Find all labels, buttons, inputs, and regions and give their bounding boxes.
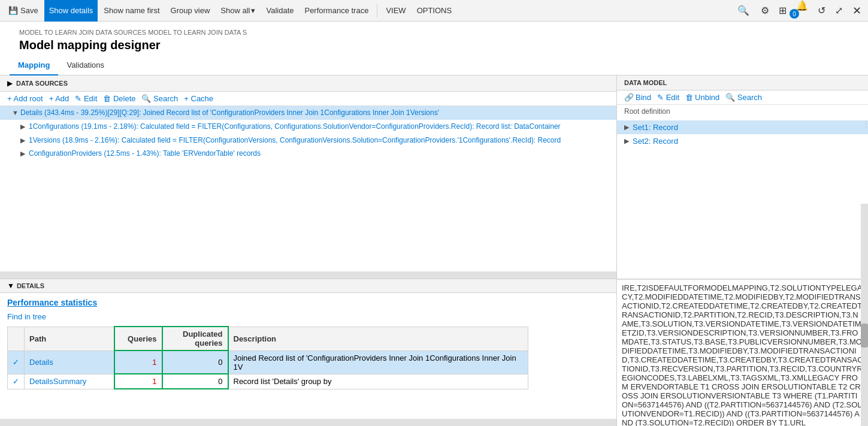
row-dup-details: 0: [162, 351, 228, 374]
options-button[interactable]: OPTIONS: [412, 0, 457, 22]
dm-tree: ▶ Set1: Record ▶ Set2: Record: [617, 118, 868, 150]
ds-section-label: DATA SOURCES: [16, 80, 68, 87]
left-panel: ▶ DATA SOURCES + Add root + Add ✎ Edit 🗑…: [0, 75, 617, 426]
row-desc-summary: Record list 'Details' group by: [228, 374, 528, 389]
dm-toolbar: 🔗 Bind ✎ Edit 🗑 Unbind 🔍 Search: [617, 90, 868, 105]
details-content: Performance statistics Find in tree Path…: [0, 293, 616, 419]
tree-item-label-1versions: 1Versions (18.9ms - 2.16%): Calculated f…: [29, 135, 561, 146]
tree-expand-details[interactable]: ▼: [12, 109, 20, 116]
performance-trace-button[interactable]: Performance trace: [300, 0, 373, 22]
right-vscroll[interactable]: [861, 279, 868, 426]
row-check-details: ✓: [8, 351, 25, 374]
main-content: MODEL TO LEARN JOIN DATA SOURCES MODEL T…: [0, 22, 868, 426]
th-path: Path: [25, 327, 114, 351]
show-name-first-button[interactable]: Show name first: [99, 0, 164, 22]
perf-stats-title: Performance statistics: [7, 298, 609, 307]
group-view-button[interactable]: Group view: [166, 0, 215, 22]
add-root-button[interactable]: + Add root: [7, 94, 43, 103]
tree-item-configproviders[interactable]: ▶ ConfigurationProviders (12.5ms - 1.43%…: [0, 147, 616, 161]
perf-table: Path Queries Duplicated queries Descript…: [7, 326, 528, 389]
toolbar-right-icons: ⚙ ⊞ 🔔 0 ↺ ⤢ ✕: [758, 0, 864, 22]
tree-item-label-details: Details (343.4ms - 39.25%)[29][Q:29]: Jo…: [20, 108, 439, 118]
tree-expand-1configs[interactable]: ▶: [20, 123, 29, 131]
unbind-icon: 🗑: [685, 93, 693, 102]
save-button[interactable]: 💾 Save: [4, 0, 43, 22]
main-toolbar: 💾 Save Show details Show name first Grou…: [0, 0, 868, 22]
right-panel: DATA MODEL 🔗 Bind ✎ Edit 🗑 Unbind: [617, 75, 868, 426]
tree-expand-1versions[interactable]: ▶: [20, 137, 29, 144]
vscroll-thumb[interactable]: [861, 324, 868, 348]
breadcrumb: MODEL TO LEARN JOIN DATA SOURCES MODEL T…: [10, 25, 858, 37]
validate-button[interactable]: Validate: [261, 0, 298, 22]
row-queries-summary: 1: [114, 374, 162, 389]
search-ds-button[interactable]: 🔍 Search: [141, 94, 178, 103]
dm-tree-item-set1[interactable]: ▶ Set1: Record: [617, 120, 868, 134]
settings-icon-button[interactable]: ⚙: [758, 4, 772, 17]
toolbar-separator-1: [377, 4, 377, 17]
row-dup-summary: 0: [162, 374, 228, 389]
row-path-summary: DetailsSummary: [25, 374, 114, 389]
details-section: ▼ DETAILS Performance statistics Find in…: [0, 279, 616, 426]
split-area: ▶ DATA SOURCES + Add root + Add ✎ Edit 🗑…: [0, 75, 868, 426]
dm-search-button[interactable]: 🔍 Search: [725, 93, 762, 102]
bind-icon: 🔗: [624, 93, 634, 102]
details-section-label: DETAILS: [17, 282, 44, 289]
delete-button[interactable]: 🗑 Delete: [103, 94, 135, 103]
row-desc-details: Joined Record list of 'ConfigurationProv…: [228, 351, 528, 374]
ds-collapse-toggle[interactable]: ▶: [7, 79, 13, 87]
bind-button[interactable]: 🔗 Bind: [624, 93, 651, 102]
table-row-detailssummary[interactable]: ✓ DetailsSummary 1 0 Record list 'Detail…: [8, 374, 528, 389]
notification-badge: 0: [790, 9, 799, 19]
details-header: ▼ DETAILS: [0, 279, 616, 293]
show-details-button[interactable]: Show details: [44, 0, 98, 22]
view-button[interactable]: VIEW: [381, 0, 410, 22]
dm-expand-set2[interactable]: ▶: [624, 137, 633, 145]
find-in-tree-link[interactable]: Find in tree: [7, 312, 46, 321]
tree-item-label-1configs: 1Configurations (19.1ms - 2.18%): Calcul…: [29, 122, 561, 132]
edit-button[interactable]: ✎ Edit: [75, 94, 97, 103]
details-hscroll[interactable]: [0, 419, 616, 426]
data-sources-header: ▶ DATA SOURCES: [0, 75, 616, 92]
data-sources-section: ▶ DATA SOURCES + Add root + Add ✎ Edit 🗑…: [0, 75, 616, 279]
row-queries-details: 1: [114, 351, 162, 374]
tree-item-details[interactable]: ▼ Details (343.4ms - 39.25%)[29][Q:29]: …: [0, 106, 616, 120]
tab-mapping[interactable]: Mapping: [10, 57, 58, 75]
search-button[interactable]: 🔍: [733, 2, 754, 19]
office-icon-button[interactable]: ⊞: [776, 4, 790, 17]
cache-button[interactable]: + Cache: [184, 94, 213, 103]
th-queries: Queries: [114, 327, 162, 351]
open-new-button[interactable]: ⤢: [832, 4, 846, 17]
refresh-button[interactable]: ↺: [815, 4, 828, 17]
unbind-button[interactable]: 🗑 Unbind: [685, 93, 719, 102]
th-dup-queries: Duplicated queries: [162, 327, 228, 351]
ds-toolbar: + Add root + Add ✎ Edit 🗑 Delete 🔍 Searc…: [0, 92, 616, 106]
tree-item-1versions[interactable]: ▶ 1Versions (18.9ms - 2.16%): Calculated…: [0, 134, 616, 147]
sql-panel[interactable]: IRE,T2ISDEFAULTFORMODELMAPPING,T2.SOLUTI…: [617, 279, 868, 426]
close-button[interactable]: ✕: [849, 3, 864, 19]
th-description: Description: [228, 327, 528, 351]
tree-item-label-configproviders: ConfigurationProviders (12.5ms - 1.43%):…: [29, 149, 261, 159]
table-row-details[interactable]: ✓ Details 1 0 Joined Record list of 'Con…: [8, 351, 528, 374]
tab-bar: Mapping Validations: [0, 57, 868, 75]
row-path-details: Details: [25, 351, 114, 374]
root-definition: Root definition: [617, 105, 868, 118]
dm-expand-set1[interactable]: ▶: [624, 123, 633, 131]
tree-item-1configs[interactable]: ▶ 1Configurations (19.1ms - 2.18%): Calc…: [0, 120, 616, 134]
dm-edit-button[interactable]: ✎ Edit: [657, 93, 679, 102]
ds-hscroll[interactable]: [0, 271, 616, 279]
sql-area: ⋮ IRE,T2ISDEFAULTFORMODELMAPPING,T2.SOLU…: [617, 279, 868, 426]
dm-tree-item-set2[interactable]: ▶ Set2: Record: [617, 134, 868, 148]
th-check: [8, 327, 25, 351]
dm-item-label-set1: Set1: Record: [633, 123, 678, 132]
data-model-section: DATA MODEL 🔗 Bind ✎ Edit 🗑 Unbind: [617, 75, 868, 279]
breadcrumb-area: MODEL TO LEARN JOIN DATA SOURCES MODEL T…: [0, 22, 868, 57]
dm-item-label-set2: Set2: Record: [633, 137, 678, 146]
row-check-summary: ✓: [8, 374, 25, 389]
tab-validations[interactable]: Validations: [58, 57, 113, 75]
dm-section-label: DATA MODEL: [624, 79, 861, 86]
notification-area: 🔔 0: [793, 0, 811, 22]
tree-expand-configproviders[interactable]: ▶: [20, 150, 29, 158]
add-button[interactable]: + Add: [49, 94, 69, 103]
details-collapse-toggle[interactable]: ▼: [7, 282, 14, 290]
show-all-button[interactable]: Show all ▾: [216, 0, 260, 22]
